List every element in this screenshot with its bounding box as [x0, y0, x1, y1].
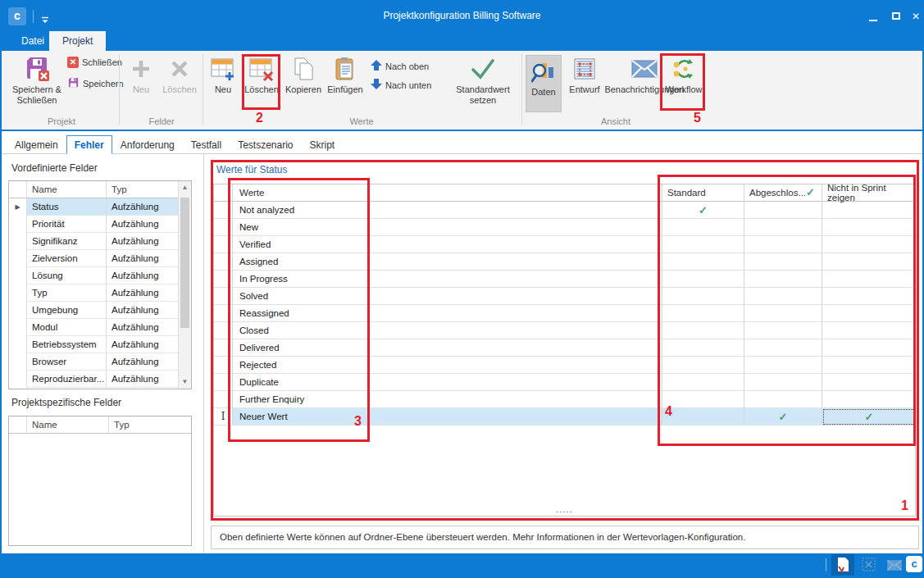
standard-checkbox-cell[interactable] [662, 357, 744, 374]
nicht-in-sprint-checkbox-cell[interactable] [822, 202, 916, 219]
edit-pointer-icon[interactable] [831, 554, 854, 576]
field-name[interactable]: Umgebung [27, 302, 107, 319]
standard-checkbox-cell[interactable] [662, 236, 744, 253]
tab-testszenario[interactable]: Testszenario [230, 135, 301, 154]
nicht-in-sprint-checkbox-cell[interactable] [822, 236, 916, 253]
nicht-in-sprint-checkbox-cell[interactable] [822, 305, 916, 322]
column-header-werte[interactable]: Werte [233, 184, 662, 202]
column-header-nicht-in-sprint[interactable]: Nicht in Sprint zeigen [822, 184, 916, 202]
save-button[interactable]: Speichern [67, 76, 124, 90]
paste-button[interactable]: Einfügen [325, 53, 365, 95]
value-row[interactable]: Further Enquiry [214, 391, 915, 408]
nicht-in-sprint-checkbox-cell[interactable] [822, 253, 916, 271]
value-cell[interactable]: Assigned [233, 253, 662, 271]
standard-checkbox-cell[interactable] [662, 374, 744, 391]
value-cell[interactable]: Rejected [233, 357, 662, 374]
value-cell[interactable]: Closed [233, 322, 662, 339]
nicht-in-sprint-checkbox-cell[interactable] [822, 288, 916, 305]
field-typ[interactable]: Aufzählung [107, 233, 180, 250]
field-row[interactable]: ▶StatusAufzählung [9, 198, 180, 216]
standard-checkbox-cell[interactable] [662, 322, 744, 339]
standard-checkbox-cell[interactable] [662, 288, 744, 305]
standard-checkbox-cell[interactable]: ✓ [662, 202, 744, 219]
statusbar-app-logo[interactable]: c [906, 556, 922, 572]
close-project-button[interactable]: ✕ Schließen [67, 57, 122, 68]
field-name[interactable]: Priorität [27, 216, 107, 233]
value-cell[interactable]: Delivered [233, 339, 662, 357]
field-typ[interactable]: Aufzählung [107, 284, 180, 302]
field-typ[interactable]: Aufzählung [107, 250, 180, 267]
value-row[interactable]: New [214, 219, 915, 236]
field-name[interactable]: Zielversion [27, 250, 107, 267]
field-name[interactable]: Betriebssystem [27, 336, 107, 353]
column-header-typ[interactable]: Typ [109, 416, 191, 433]
abgeschlossen-checkbox-cell[interactable] [744, 322, 822, 339]
column-header-typ[interactable]: Typ [107, 181, 178, 198]
field-row[interactable]: TypAufzählung [9, 284, 180, 302]
field-typ[interactable]: Aufzählung [107, 371, 180, 388]
field-row[interactable]: LösungAufzählung [9, 267, 180, 284]
field-name[interactable]: Typ [27, 284, 107, 302]
nicht-in-sprint-checkbox-cell[interactable] [822, 339, 916, 357]
value-cell[interactable]: Verified [233, 236, 662, 253]
field-typ[interactable]: Aufzählung [107, 353, 180, 371]
panel-splitter[interactable] [203, 154, 204, 555]
column-header-name[interactable]: Name [27, 416, 109, 433]
maximize-button[interactable] [887, 8, 905, 25]
value-cell[interactable]: Reassigned [233, 305, 662, 322]
standard-checkbox-cell[interactable] [662, 408, 744, 426]
abgeschlossen-checkbox-cell[interactable] [744, 391, 822, 408]
field-typ[interactable]: Aufzählung [107, 267, 180, 284]
view-daten-button[interactable]: Daten [526, 55, 562, 112]
value-row[interactable]: Assigned [214, 253, 915, 271]
value-cell[interactable]: Duplicate [233, 374, 662, 391]
set-default-button[interactable]: Standardwert setzen [449, 53, 517, 106]
nicht-in-sprint-checkbox-cell[interactable] [822, 374, 916, 391]
standard-checkbox-cell[interactable] [662, 271, 744, 288]
value-cell[interactable]: Further Enquiry [233, 391, 662, 408]
field-name[interactable]: Signifikanz [27, 233, 107, 250]
scrollbar-thumb[interactable] [180, 198, 189, 328]
nicht-in-sprint-checkbox-cell[interactable] [822, 391, 916, 408]
value-cell[interactable]: Not analyzed [233, 202, 662, 219]
field-row[interactable]: ModulAufzählung [9, 319, 180, 336]
tab-fehler[interactable]: Fehler [66, 135, 112, 154]
value-cell[interactable]: In Progress [233, 271, 662, 288]
tab-skript[interactable]: Skript [302, 135, 344, 154]
abgeschlossen-checkbox-cell[interactable]: ✓ [744, 408, 822, 426]
field-name[interactable]: Status [27, 198, 107, 216]
fields-new-button[interactable]: Neu [125, 53, 157, 95]
scroll-up-icon[interactable]: ▲ [179, 181, 191, 194]
standard-checkbox-cell[interactable] [662, 339, 744, 357]
field-name[interactable]: Lösung [27, 267, 107, 284]
abgeschlossen-checkbox-cell[interactable] [744, 339, 822, 357]
abgeschlossen-checkbox-cell[interactable] [744, 357, 822, 374]
value-row[interactable]: Rejected [214, 357, 915, 374]
tab-anforderung[interactable]: Anforderung [112, 135, 183, 154]
vertical-scrollbar[interactable]: ▲ ▼ [178, 181, 191, 389]
field-row[interactable]: SignifikanzAufzählung [9, 233, 180, 250]
value-row[interactable]: Duplicate [214, 374, 915, 391]
abgeschlossen-checkbox-cell[interactable] [744, 288, 822, 305]
nicht-in-sprint-checkbox-cell[interactable]: ✓ [822, 408, 916, 426]
value-row[interactable]: INeuer Wert✓✓ [214, 408, 915, 426]
field-typ[interactable]: Aufzählung [107, 336, 180, 353]
standard-checkbox-cell[interactable] [662, 305, 744, 322]
abgeschlossen-checkbox-cell[interactable] [744, 202, 822, 219]
field-row[interactable]: BrowserAufzählung [9, 353, 180, 371]
value-cell[interactable]: Neuer Wert [233, 408, 662, 426]
value-row[interactable]: Solved [214, 288, 915, 305]
value-row[interactable]: Not analyzed✓ [214, 202, 915, 219]
values-delete-button[interactable]: Löschen [243, 53, 280, 95]
view-entwurf-button[interactable]: Entwurf [565, 53, 604, 95]
abgeschlossen-checkbox-cell[interactable] [744, 236, 822, 253]
column-header-name[interactable]: Name [27, 181, 107, 198]
field-typ[interactable]: Aufzählung [107, 198, 180, 216]
view-workflow-button[interactable]: Workflow [662, 53, 705, 95]
value-row[interactable]: Closed [214, 322, 915, 339]
values-new-button[interactable]: Neu [207, 53, 239, 95]
field-row[interactable]: PrioritätAufzählung [9, 216, 180, 233]
save-and-close-button[interactable]: Speichern & Schließen [10, 53, 64, 106]
nicht-in-sprint-checkbox-cell[interactable] [822, 357, 916, 374]
scroll-down-icon[interactable]: ▼ [179, 375, 191, 389]
